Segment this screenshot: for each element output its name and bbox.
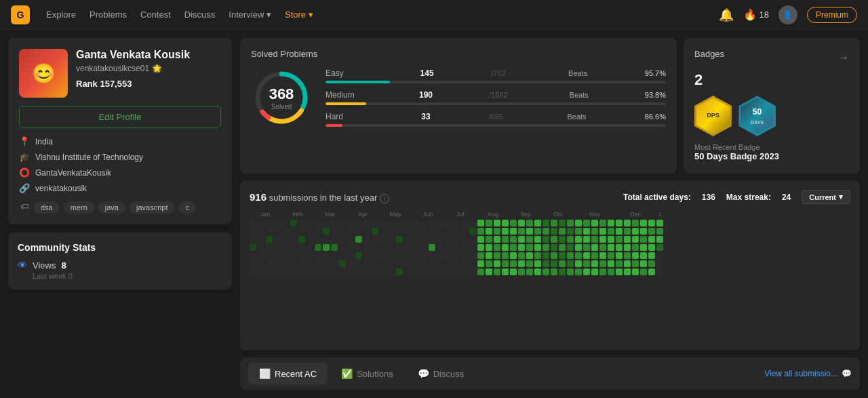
heatmap-cell[interactable] [502, 252, 509, 259]
heatmap-cell[interactable] [534, 252, 541, 259]
tab-solutions[interactable]: ✅ Solutions [330, 363, 403, 384]
heatmap-cell[interactable] [469, 244, 476, 251]
tag-mern[interactable]: mern [64, 201, 94, 214]
heatmap-cell[interactable] [477, 236, 484, 243]
heatmap-cell[interactable] [315, 236, 321, 243]
heatmap-cell[interactable] [494, 268, 500, 275]
heatmap-cell[interactable] [404, 244, 411, 251]
heatmap-cell[interactable] [486, 252, 492, 259]
heatmap-cell[interactable] [469, 220, 476, 226]
heatmap-cell[interactable] [477, 228, 484, 235]
heatmap-cell[interactable] [307, 244, 313, 251]
nav-store[interactable]: Store ▾ [285, 9, 313, 20]
heatmap-cell[interactable] [396, 244, 403, 251]
heatmap-cell[interactable] [404, 220, 411, 226]
heatmap-cell[interactable] [282, 228, 289, 235]
heatmap-cell[interactable] [250, 220, 256, 226]
heatmap-cell[interactable] [542, 220, 549, 226]
heatmap-cell[interactable] [551, 268, 557, 275]
heatmap-cell[interactable] [632, 260, 639, 267]
nav-problems[interactable]: Problems [90, 9, 127, 20]
view-all-submissions-button[interactable]: View all submissio... 💬 [764, 369, 852, 378]
heatmap-cell[interactable] [396, 268, 403, 275]
heatmap-cell[interactable] [380, 252, 387, 259]
heatmap-cell[interactable] [372, 252, 378, 259]
heatmap-cell[interactable] [534, 244, 541, 251]
heatmap-cell[interactable] [250, 228, 256, 235]
heatmap-cell[interactable] [258, 228, 264, 235]
heatmap-cell[interactable] [461, 268, 468, 275]
heatmap-cell[interactable] [388, 244, 395, 251]
heatmap-cell[interactable] [453, 236, 460, 243]
heatmap-cell[interactable] [282, 244, 289, 251]
heatmap-cell[interactable] [567, 220, 574, 226]
heatmap-cell[interactable] [396, 236, 403, 243]
heatmap-cell[interactable] [331, 228, 338, 235]
heatmap-cell[interactable] [591, 236, 598, 243]
heatmap-cell[interactable] [258, 252, 264, 259]
heatmap-cell[interactable] [640, 236, 647, 243]
heatmap-cell[interactable] [290, 228, 297, 235]
heatmap-cell[interactable] [534, 260, 541, 267]
heatmap-cell[interactable] [453, 244, 460, 251]
heatmap-cell[interactable] [429, 252, 435, 259]
heatmap-cell[interactable] [380, 228, 387, 235]
heatmap-cell[interactable] [526, 268, 533, 275]
heatmap-cell[interactable] [551, 260, 557, 267]
heatmap-cell[interactable] [315, 220, 321, 226]
heatmap-cell[interactable] [380, 236, 387, 243]
heatmap-cell[interactable] [656, 236, 663, 243]
heatmap-cell[interactable] [445, 244, 452, 251]
heatmap-cell[interactable] [656, 220, 663, 226]
heatmap-cell[interactable] [298, 268, 305, 275]
heatmap-cell[interactable] [648, 268, 655, 275]
nav-contest[interactable]: Contest [140, 9, 171, 20]
heatmap-cell[interactable] [502, 236, 509, 243]
heatmap-cell[interactable] [494, 228, 500, 235]
heatmap-cell[interactable] [274, 252, 281, 259]
heatmap-cell[interactable] [250, 236, 256, 243]
badges-arrow-icon[interactable]: → [837, 51, 849, 65]
heatmap-cell[interactable] [307, 236, 313, 243]
heatmap-cell[interactable] [355, 228, 362, 235]
heatmap-cell[interactable] [518, 252, 525, 259]
heatmap-cell[interactable] [640, 252, 647, 259]
tag-dsa[interactable]: dsa [34, 201, 60, 214]
heatmap-cell[interactable] [542, 244, 549, 251]
heatmap-cell[interactable] [526, 220, 533, 226]
heatmap-cell[interactable] [396, 260, 403, 267]
heatmap-cell[interactable] [347, 252, 354, 259]
heatmap-cell[interactable] [250, 268, 256, 275]
tag-c[interactable]: c [178, 201, 196, 214]
heatmap-cell[interactable] [542, 236, 549, 243]
heatmap-cell[interactable] [412, 236, 419, 243]
heatmap-cell[interactable] [355, 220, 362, 226]
heatmap-cell[interactable] [494, 220, 500, 226]
heatmap-cell[interactable] [274, 268, 281, 275]
heatmap-cell[interactable] [583, 252, 590, 259]
heatmap-cell[interactable] [551, 244, 557, 251]
heatmap-cell[interactable] [412, 268, 419, 275]
heatmap-cell[interactable] [486, 236, 492, 243]
heatmap-cell[interactable] [591, 244, 598, 251]
heatmap-cell[interactable] [339, 260, 346, 267]
heatmap-cell[interactable] [282, 236, 289, 243]
heatmap-cell[interactable] [331, 236, 338, 243]
heatmap-cell[interactable] [315, 244, 321, 251]
heatmap-cell[interactable] [518, 236, 525, 243]
heatmap-cell[interactable] [307, 268, 313, 275]
heatmap-cell[interactable] [323, 268, 330, 275]
heatmap-cell[interactable] [437, 244, 443, 251]
heatmap-cell[interactable] [355, 244, 362, 251]
heatmap-cell[interactable] [583, 220, 590, 226]
heatmap-cell[interactable] [534, 220, 541, 226]
heatmap-cell[interactable] [453, 260, 460, 267]
heatmap-cell[interactable] [461, 260, 468, 267]
heatmap-cell[interactable] [575, 268, 582, 275]
heatmap-cell[interactable] [282, 220, 289, 226]
heatmap-cell[interactable] [656, 260, 663, 267]
heatmap-cell[interactable] [640, 228, 647, 235]
heatmap-cell[interactable] [616, 244, 623, 251]
heatmap-cell[interactable] [453, 228, 460, 235]
heatmap-cell[interactable] [648, 260, 655, 267]
